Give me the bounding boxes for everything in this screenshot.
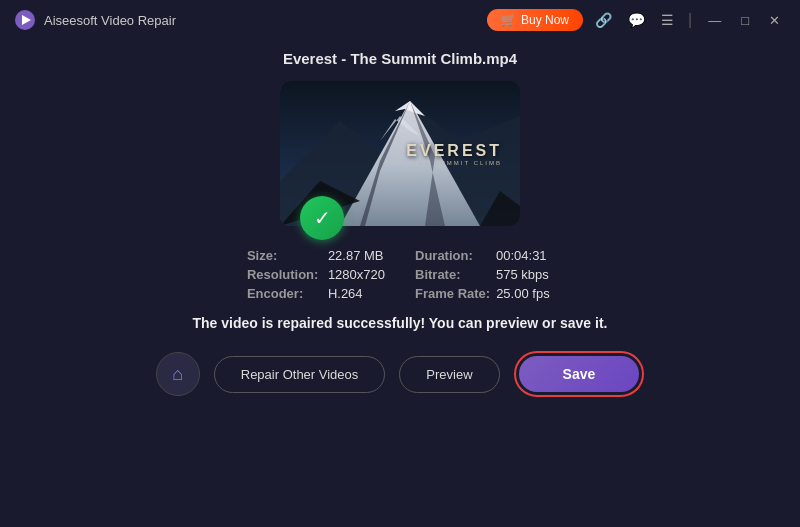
app-title: Aiseesoft Video Repair: [44, 13, 176, 28]
everest-subtitle-text: THE SUMMIT CLIMB: [406, 160, 502, 166]
info-row-bitrate: Bitrate: 575 kbps: [415, 267, 553, 282]
minimize-button[interactable]: —: [702, 11, 727, 30]
framerate-label: Frame Rate:: [415, 286, 490, 301]
encoder-label: Encoder:: [247, 286, 322, 301]
video-thumbnail-wrapper: EVEREST THE SUMMIT CLIMB ✓: [280, 81, 520, 226]
resolution-label: Resolution:: [247, 267, 322, 282]
divider: |: [688, 11, 692, 29]
preview-button[interactable]: Preview: [399, 356, 499, 393]
size-value: 22.87 MB: [328, 248, 384, 263]
resolution-value: 1280x720: [328, 267, 385, 282]
everest-title-text: EVEREST: [406, 142, 502, 160]
duration-label: Duration:: [415, 248, 490, 263]
maximize-button[interactable]: □: [735, 11, 755, 30]
size-label: Size:: [247, 248, 322, 263]
success-message: The video is repaired successfully! You …: [193, 315, 608, 331]
title-bar-left: Aiseesoft Video Repair: [14, 9, 176, 31]
encoder-value: H.264: [328, 286, 363, 301]
info-row-duration: Duration: 00:04:31: [415, 248, 553, 263]
title-bar-right: 🛒 Buy Now 🔗 💬 ☰ | — □ ✕: [487, 9, 786, 31]
info-row-framerate: Frame Rate: 25.00 fps: [415, 286, 553, 301]
duration-value: 00:04:31: [496, 248, 547, 263]
action-buttons: ⌂ Repair Other Videos Preview Save: [156, 351, 645, 397]
info-row-encoder: Encoder: H.264: [247, 286, 385, 301]
close-button[interactable]: ✕: [763, 11, 786, 30]
key-button[interactable]: 🔗: [591, 10, 616, 30]
video-info-grid: Size: 22.87 MB Duration: 00:04:31 Resolu…: [247, 248, 553, 301]
title-bar: Aiseesoft Video Repair 🛒 Buy Now 🔗 💬 ☰ |…: [0, 0, 800, 40]
menu-button[interactable]: ☰: [657, 10, 678, 30]
save-button-wrapper: Save: [514, 351, 645, 397]
bitrate-label: Bitrate:: [415, 267, 490, 282]
home-icon: ⌂: [172, 364, 183, 385]
message-button[interactable]: 💬: [624, 10, 649, 30]
main-content: Everest - The Summit Climb.mp4: [0, 40, 800, 413]
success-check-badge: ✓: [300, 196, 344, 240]
cart-icon: 🛒: [501, 13, 516, 27]
info-row-size: Size: 22.87 MB: [247, 248, 385, 263]
info-row-resolution: Resolution: 1280x720: [247, 267, 385, 282]
home-button[interactable]: ⌂: [156, 352, 200, 396]
video-filename: Everest - The Summit Climb.mp4: [283, 50, 517, 67]
everest-overlay: EVEREST THE SUMMIT CLIMB: [406, 142, 502, 166]
save-button[interactable]: Save: [519, 356, 640, 392]
repair-other-button[interactable]: Repair Other Videos: [214, 356, 386, 393]
framerate-value: 25.00 fps: [496, 286, 550, 301]
bitrate-value: 575 kbps: [496, 267, 549, 282]
app-logo: [14, 9, 36, 31]
buy-now-button[interactable]: 🛒 Buy Now: [487, 9, 583, 31]
